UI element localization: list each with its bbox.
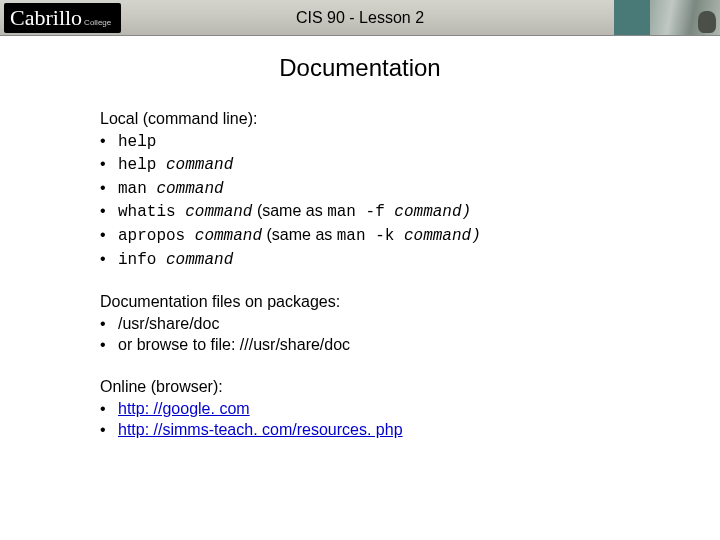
list-item: • man command: [100, 177, 660, 201]
bullet-icon: •: [100, 200, 118, 224]
cmd-text: help: [118, 156, 166, 174]
cmd-arg: command: [185, 203, 252, 221]
header-accent: [614, 0, 650, 35]
list-item: • http: //google. com: [100, 398, 660, 420]
list-item: • or browse to file: ///usr/share/doc: [100, 334, 660, 356]
cmd-text: info: [118, 251, 166, 269]
note-mono: man -f: [327, 203, 394, 221]
list-item: • http: //simms-teach. com/resources. ph…: [100, 419, 660, 441]
cmd-arg: command: [166, 251, 233, 269]
cmd-arg: command: [156, 180, 223, 198]
header-photo: [650, 0, 720, 35]
cmd-arg: command: [166, 156, 233, 174]
slide-content: Local (command line): • help • help comm…: [100, 108, 660, 441]
list-item: • help: [100, 130, 660, 154]
cmd-text: apropos: [118, 227, 195, 245]
bullet-icon: •: [100, 177, 118, 201]
note-text: (same as: [262, 226, 337, 243]
bullet-icon: •: [100, 419, 118, 441]
section-heading-packages: Documentation files on packages:: [100, 291, 660, 313]
cmd-arg: command: [195, 227, 262, 245]
bullet-icon: •: [100, 130, 118, 154]
logo-main: Cabrillo: [10, 5, 82, 31]
note-mono-italic: command): [394, 203, 471, 221]
link-simms-teach[interactable]: http: //simms-teach. com/resources. php: [118, 419, 403, 441]
section-heading-local: Local (command line):: [100, 108, 660, 130]
college-logo: Cabrillo College: [4, 3, 121, 33]
cmd-text: man: [118, 180, 156, 198]
list-item: • /usr/share/doc: [100, 313, 660, 335]
header-bar: Cabrillo College CIS 90 - Lesson 2: [0, 0, 720, 36]
logo-sub: College: [84, 18, 111, 27]
link-google[interactable]: http: //google. com: [118, 398, 250, 420]
item-text: /usr/share/doc: [118, 313, 219, 335]
list-item: • help command: [100, 153, 660, 177]
slide-title: Documentation: [0, 54, 720, 82]
note-mono: man -k: [337, 227, 404, 245]
bullet-icon: •: [100, 153, 118, 177]
bullet-icon: •: [100, 224, 118, 248]
note-text: (same as: [252, 202, 327, 219]
bullet-icon: •: [100, 334, 118, 356]
cmd-text: whatis: [118, 203, 185, 221]
list-item: • info command: [100, 248, 660, 272]
note-mono-italic: command): [404, 227, 481, 245]
section-heading-online: Online (browser):: [100, 376, 660, 398]
bullet-icon: •: [100, 248, 118, 272]
header-title: CIS 90 - Lesson 2: [296, 9, 424, 27]
list-item: • apropos command (same as man -k comman…: [100, 224, 660, 248]
bullet-icon: •: [100, 398, 118, 420]
cmd-text: help: [118, 133, 156, 151]
list-item: • whatis command (same as man -f command…: [100, 200, 660, 224]
bullet-icon: •: [100, 313, 118, 335]
item-text: or browse to file: ///usr/share/doc: [118, 334, 350, 356]
